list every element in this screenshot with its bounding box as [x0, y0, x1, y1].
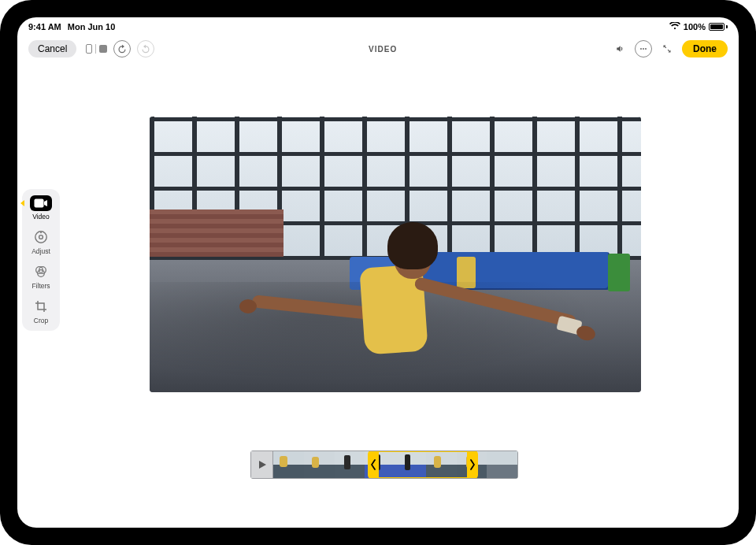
- trim-handle-left[interactable]: [368, 451, 379, 478]
- status-left: 9:41 AM Mon Jun 10: [28, 22, 115, 32]
- battery-percent: 100%: [684, 22, 706, 32]
- video-icon: [30, 195, 52, 211]
- square-icon: [99, 45, 107, 53]
- edit-sidebar: Video Adjust Filters Crop: [22, 189, 60, 331]
- sidebar-item-filters[interactable]: Filters: [24, 261, 58, 291]
- wifi-icon: [669, 22, 680, 32]
- sidebar-item-video[interactable]: Video: [24, 194, 58, 222]
- sidebar-item-label: Adjust: [32, 247, 50, 255]
- timeline[interactable]: [273, 451, 517, 478]
- screen: 9:41 AM Mon Jun 10 100% Cancel: [17, 17, 739, 528]
- fullscreen-button[interactable]: [658, 40, 676, 57]
- crop-icon: [32, 298, 50, 315]
- frame-thumb: [304, 451, 335, 478]
- svg-point-5: [39, 235, 43, 239]
- sidebar-item-label: Filters: [32, 282, 50, 290]
- frame-thumb: [487, 451, 517, 478]
- svg-rect-3: [35, 199, 44, 208]
- frame-thumb: [426, 451, 457, 478]
- svg-point-1: [643, 48, 644, 50]
- cancel-button[interactable]: Cancel: [28, 40, 76, 57]
- portrait-icon: [86, 44, 92, 54]
- svg-point-0: [640, 48, 642, 50]
- done-button[interactable]: Done: [682, 40, 728, 57]
- play-button[interactable]: [251, 451, 273, 478]
- toolbar-title: VIDEO: [161, 45, 605, 54]
- video-canvas[interactable]: [150, 117, 641, 392]
- sidebar-item-label: Crop: [34, 317, 48, 324]
- status-bar: 9:41 AM Mon Jun 10 100%: [17, 17, 739, 33]
- video-frame: [150, 117, 641, 392]
- sidebar-item-crop[interactable]: Crop: [24, 296, 58, 326]
- toolbar: Cancel VIDEO: [17, 33, 739, 65]
- status-date: Mon Jun 10: [68, 22, 116, 32]
- trim-handle-right[interactable]: [467, 451, 478, 478]
- undo-button[interactable]: [113, 40, 131, 57]
- sidebar-item-adjust[interactable]: Adjust: [24, 227, 58, 257]
- svg-point-2: [645, 48, 647, 50]
- redo-button[interactable]: [137, 40, 154, 57]
- frame-viewer: [250, 450, 518, 479]
- svg-point-6: [40, 232, 42, 233]
- volume-button[interactable]: [611, 40, 628, 57]
- filters-icon: [32, 263, 50, 280]
- ipad-frame: 9:41 AM Mon Jun 10 100% Cancel: [0, 0, 756, 545]
- adjust-icon: [32, 228, 50, 246]
- status-right: 100%: [669, 22, 728, 32]
- frame-thumb: [335, 451, 365, 478]
- battery-icon: [709, 23, 728, 31]
- more-button[interactable]: [635, 40, 652, 57]
- sidebar-item-label: Video: [32, 213, 50, 221]
- frame-thumb: [395, 451, 426, 478]
- aspect-toggle[interactable]: [86, 44, 107, 54]
- frame-thumb: [273, 451, 304, 478]
- status-time: 9:41 AM: [28, 22, 61, 32]
